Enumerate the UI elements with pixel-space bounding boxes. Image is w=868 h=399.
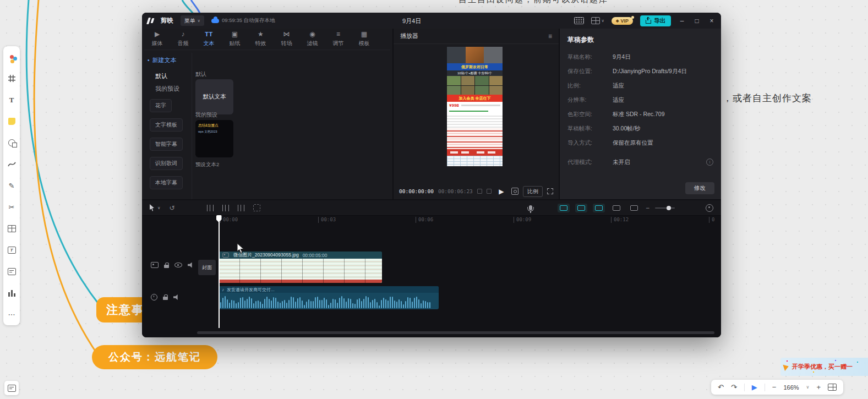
card-icon[interactable] bbox=[8, 267, 16, 276]
timeline-zoom-slider[interactable] bbox=[655, 207, 675, 209]
megaphone-icon bbox=[783, 363, 789, 370]
zoom-level[interactable]: 166% bbox=[783, 384, 799, 391]
tab-filters[interactable]: ◉滤镜 bbox=[299, 29, 325, 50]
palette-icon[interactable] bbox=[8, 53, 16, 61]
play-button[interactable]: ▶ bbox=[499, 188, 504, 195]
preview-caption-strip: 10块/个+邮费 十分钟/个 bbox=[447, 70, 503, 76]
sidenav-item-new-text[interactable]: • 新建文本 bbox=[145, 53, 192, 68]
chart-icon[interactable] bbox=[8, 289, 16, 297]
timeline-ruler[interactable]: 00:00 00:03 00:06 00:09 00:12 0 bbox=[219, 216, 721, 225]
mute-icon[interactable] bbox=[173, 294, 179, 300]
redo-button[interactable]: ↷ bbox=[731, 383, 737, 391]
split-right-icon[interactable] bbox=[238, 205, 244, 211]
sidenav-item-my-presets[interactable]: 我的预设 bbox=[145, 80, 192, 93]
main-track-magnet-toggle[interactable] bbox=[558, 204, 570, 212]
param-row: 草稿帧率:30.00帧/秒 bbox=[567, 125, 713, 132]
player-option-icon[interactable] bbox=[477, 189, 482, 194]
scissors-icon[interactable]: ✂ bbox=[8, 203, 16, 211]
export-button[interactable]: 导出 bbox=[640, 15, 671, 26]
layout-switcher[interactable]: ∨ bbox=[591, 17, 605, 24]
zoom-out-button[interactable]: − bbox=[772, 383, 777, 391]
auto-snap-toggle[interactable] bbox=[575, 204, 587, 212]
player-option-icon[interactable] bbox=[487, 189, 492, 194]
track-format-icon[interactable] bbox=[151, 262, 159, 268]
default-text-card[interactable]: 默认文本 bbox=[195, 79, 233, 114]
shapes-icon[interactable] bbox=[8, 139, 16, 147]
player-menu-icon[interactable]: ≡ bbox=[548, 32, 552, 40]
preset-text-card[interactable]: 总结&划重点 wps 文档2023 bbox=[195, 120, 233, 157]
quality-icon[interactable] bbox=[511, 188, 518, 195]
lock-icon[interactable] bbox=[164, 265, 169, 268]
locate-playhead-icon[interactable] bbox=[706, 204, 713, 212]
maximize-button[interactable]: □ bbox=[693, 17, 701, 25]
promo-banner[interactable]: 开学季优惠，买一赠一 bbox=[780, 358, 868, 376]
cover-button[interactable]: 封面 bbox=[198, 260, 216, 275]
minimize-button[interactable]: – bbox=[678, 17, 686, 25]
tab-media[interactable]: ▶媒体 bbox=[144, 29, 170, 50]
video-preview[interactable]: 俄罗斯农村日常 10块/个+邮费 十分钟/个 加入会员 全店任下 ¥998 bbox=[447, 47, 503, 166]
sidenav-item-fancy-text[interactable]: 花字 bbox=[150, 99, 172, 112]
in-out-toggle[interactable] bbox=[628, 204, 640, 212]
modify-button[interactable]: 修改 bbox=[685, 182, 714, 194]
info-icon[interactable]: i bbox=[706, 158, 713, 166]
chevron-down-icon[interactable]: ∨ bbox=[806, 385, 810, 390]
timeline-hscrollbar[interactable] bbox=[197, 331, 714, 334]
mindmap-node-account[interactable]: 公众号：远航笔记 bbox=[92, 345, 217, 369]
sidenav-item-lyrics[interactable]: 识别歌词 bbox=[150, 157, 183, 170]
param-row: 保存位置:D:/JianyingPro Drafts/9月4日 bbox=[567, 68, 713, 75]
board-frames-button[interactable] bbox=[4, 381, 19, 395]
ratio-button[interactable]: 比例 bbox=[523, 186, 543, 197]
present-button[interactable]: ▶ bbox=[752, 383, 757, 391]
minimap-icon[interactable] bbox=[828, 384, 837, 391]
eye-icon[interactable] bbox=[174, 263, 182, 267]
menu-label: 菜单 bbox=[184, 17, 195, 25]
tab-templates[interactable]: ▦模板 bbox=[351, 29, 377, 50]
frame-icon[interactable] bbox=[8, 74, 16, 83]
shortcuts-icon[interactable] bbox=[574, 17, 584, 24]
menu-button[interactable]: 菜单 ∨ bbox=[181, 15, 205, 26]
mute-icon[interactable] bbox=[188, 263, 194, 268]
connector-icon[interactable] bbox=[8, 160, 16, 168]
tab-audio[interactable]: ♪音频 bbox=[170, 29, 196, 50]
mic-icon[interactable] bbox=[529, 205, 532, 210]
mindmap-side-text: ，或者自主创作文案 bbox=[723, 92, 812, 105]
undo-button[interactable]: ↺ bbox=[170, 204, 175, 212]
text-tool-icon[interactable]: T bbox=[8, 96, 16, 104]
clip-name: 微信图片_20230904093055.jpg bbox=[233, 252, 299, 259]
audio-clip[interactable]: ♪ 发货邀请开发商可交付... bbox=[219, 286, 439, 309]
table-icon[interactable] bbox=[8, 225, 16, 233]
clock-icon[interactable] bbox=[151, 294, 157, 300]
close-button[interactable]: × bbox=[708, 17, 716, 25]
link-toggle[interactable] bbox=[593, 204, 605, 212]
pen-icon[interactable]: ✎ bbox=[8, 182, 16, 190]
whiteboard-canvas[interactable]: 自主自由设问题，前期可以从话题库 ，或者自主创作文案 注意事 公众号：远航笔记 … bbox=[0, 0, 868, 399]
more-tools-icon[interactable]: ⋯ bbox=[8, 310, 16, 319]
split-icon[interactable] bbox=[222, 205, 229, 211]
fullscreen-icon[interactable] bbox=[547, 188, 553, 194]
sidenav-item-text-templates[interactable]: 文字模板 bbox=[150, 118, 183, 132]
split-left-icon[interactable] bbox=[207, 205, 214, 211]
tab-transitions[interactable]: ⋈转场 bbox=[274, 29, 299, 50]
undo-button[interactable]: ↶ bbox=[718, 383, 724, 391]
app-name: 剪映 bbox=[161, 17, 173, 25]
delete-icon[interactable] bbox=[253, 204, 260, 211]
select-tool[interactable]: ∨ bbox=[150, 204, 161, 211]
autosave-status: 09:59:35 自动保存本地 bbox=[211, 17, 275, 24]
tab-text[interactable]: TT文本 bbox=[196, 29, 222, 50]
sidenav-item-local-captions[interactable]: 本地字幕 bbox=[150, 176, 183, 189]
image-icon bbox=[222, 253, 228, 258]
sidenav-item-auto-captions[interactable]: 智能字幕 bbox=[150, 138, 183, 151]
text-box-icon[interactable]: T bbox=[8, 246, 16, 254]
capcut-logo-icon bbox=[148, 18, 154, 24]
tab-adjust[interactable]: ≡调节 bbox=[325, 29, 351, 50]
zoom-in-button[interactable]: + bbox=[816, 383, 821, 391]
tab-effects[interactable]: ★特效 bbox=[248, 29, 274, 50]
sidenav-item-default[interactable]: 默认 bbox=[145, 68, 192, 80]
video-clip[interactable]: 微信图片_20230904093055.jpg 00:00:05:00 bbox=[219, 252, 382, 283]
zoom-out-icon[interactable]: − bbox=[646, 204, 649, 212]
preview-axis-toggle[interactable] bbox=[610, 204, 623, 212]
tab-sticker[interactable]: ▣贴纸 bbox=[222, 29, 248, 50]
vip-badge[interactable]: ◆ VIP bbox=[612, 17, 633, 25]
sticky-note-icon[interactable] bbox=[8, 117, 16, 125]
lock-icon[interactable] bbox=[163, 297, 168, 300]
